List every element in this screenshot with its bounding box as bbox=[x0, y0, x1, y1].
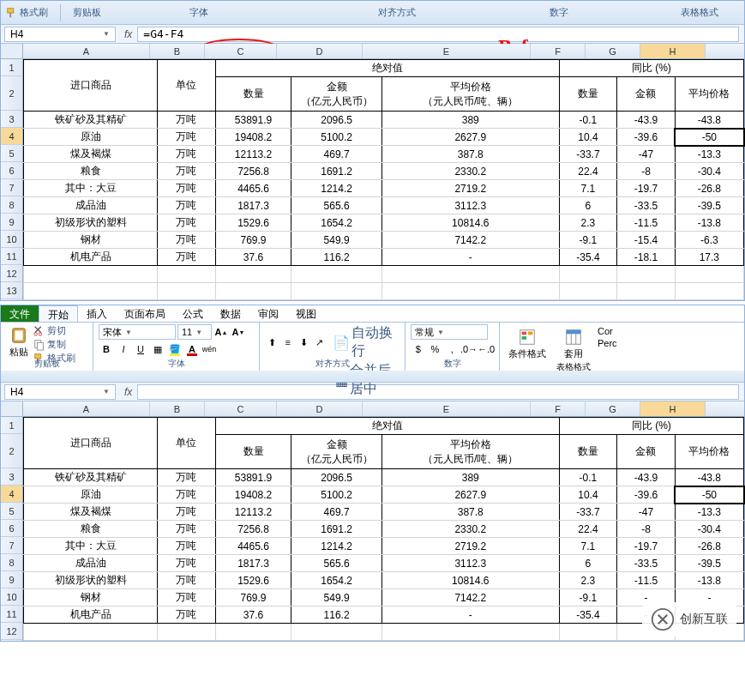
italic-button[interactable]: I bbox=[116, 341, 131, 357]
comma-icon[interactable]: , bbox=[444, 341, 460, 357]
cut-button[interactable]: 剪切 bbox=[33, 324, 75, 337]
wrap-text-button[interactable]: 📄自动换行 bbox=[333, 324, 400, 360]
format-table-button[interactable]: 套用 表格格式 bbox=[553, 326, 594, 375]
row-header-11[interactable]: 11 bbox=[1, 248, 22, 265]
row-header-8[interactable]: 8 bbox=[1, 196, 22, 214]
col-header-E[interactable]: E bbox=[363, 401, 531, 416]
cell[interactable]: 进口商品 bbox=[24, 60, 158, 112]
row-header-12[interactable]: 12 bbox=[1, 265, 22, 282]
col-header-G[interactable]: G bbox=[586, 401, 640, 416]
dec-decimal-icon[interactable]: ←.0 bbox=[478, 341, 494, 357]
row-header-12[interactable]: 12 bbox=[1, 623, 22, 640]
name-box-after[interactable]: H4 ▼ bbox=[4, 384, 116, 400]
row-header-1[interactable]: 1 bbox=[1, 59, 22, 76]
tab-layout[interactable]: 页面布局 bbox=[116, 305, 174, 322]
row-header-6[interactable]: 6 bbox=[1, 162, 22, 179]
align-top-icon[interactable]: ⬆ bbox=[265, 335, 279, 350]
cell[interactable]: 数量 bbox=[559, 77, 617, 112]
name-box[interactable]: H4 ▼ bbox=[4, 27, 116, 42]
row-header-3[interactable]: 3 bbox=[1, 468, 22, 486]
row-header-3[interactable]: 3 bbox=[1, 111, 22, 128]
row-header-9[interactable]: 9 bbox=[1, 571, 22, 588]
col-header-F[interactable]: F bbox=[531, 44, 586, 58]
cell[interactable]: 数量 bbox=[215, 77, 291, 112]
col-header-D[interactable]: D bbox=[277, 401, 363, 416]
font-color-button[interactable]: A bbox=[184, 341, 200, 357]
row-header-1[interactable]: 1 bbox=[1, 417, 22, 434]
number-format-select[interactable]: 常规▼ bbox=[411, 324, 488, 340]
col-header-A[interactable]: A bbox=[23, 44, 150, 58]
cell[interactable]: 同比 (%) bbox=[559, 60, 743, 77]
name-box-value-after: H4 bbox=[10, 386, 23, 398]
row-header-10[interactable]: 10 bbox=[1, 588, 22, 606]
col-header-B[interactable]: B bbox=[150, 44, 205, 58]
formula-input-after[interactable] bbox=[137, 384, 739, 400]
currency-icon[interactable]: $ bbox=[411, 341, 426, 357]
underline-button[interactable]: U bbox=[133, 341, 148, 357]
row-header-9[interactable]: 9 bbox=[1, 214, 22, 231]
cell[interactable]: 金额 （亿元人民币） bbox=[291, 77, 382, 112]
inc-decimal-icon[interactable]: .0→ bbox=[461, 341, 477, 357]
cell[interactable]: 平均价格 bbox=[675, 77, 743, 112]
font-size-select[interactable]: 11▼ bbox=[177, 324, 212, 340]
decrease-font-icon[interactable]: A▼ bbox=[231, 324, 246, 340]
col-header-H[interactable]: H bbox=[640, 44, 706, 58]
tab-home[interactable]: 开始 bbox=[39, 305, 78, 322]
align-middle-icon[interactable]: ≡ bbox=[280, 335, 294, 350]
cells-before[interactable]: 进口商品 单位 绝对值 同比 (%) 数量 金额 （亿元人民币） 平均价格 （元… bbox=[23, 59, 744, 300]
ribbon-stub: 格式刷 剪贴板 字体 对齐方式 数字 表格格式 bbox=[1, 1, 744, 25]
col-header-H[interactable]: H bbox=[640, 401, 706, 416]
row-header-4[interactable]: 4 bbox=[1, 128, 22, 145]
fx-button-after[interactable]: fx bbox=[119, 386, 137, 398]
row-header-10[interactable]: 10 bbox=[1, 231, 22, 248]
row-header-4[interactable]: 4 bbox=[1, 486, 22, 503]
fill-color-button[interactable]: 🪣 bbox=[167, 341, 183, 357]
select-all-corner-after[interactable] bbox=[1, 401, 23, 416]
copy-button[interactable]: 复制 bbox=[33, 338, 75, 351]
row-header-5[interactable]: 5 bbox=[1, 503, 22, 520]
row-header-2[interactable]: 2 bbox=[1, 434, 22, 468]
align-bottom-icon[interactable]: ⬇ bbox=[297, 335, 310, 350]
tab-review[interactable]: 审阅 bbox=[249, 305, 287, 322]
col-header-F[interactable]: F bbox=[531, 401, 586, 416]
increase-font-icon[interactable]: A▲ bbox=[213, 324, 229, 340]
col-header-C[interactable]: C bbox=[205, 401, 277, 416]
font-name-select[interactable]: 宋体▼ bbox=[99, 324, 176, 340]
col-header-C[interactable]: C bbox=[205, 44, 277, 58]
col-header-A[interactable]: A bbox=[23, 401, 150, 416]
row-header-7[interactable]: 7 bbox=[1, 179, 22, 196]
fx-button[interactable]: fx bbox=[119, 28, 137, 40]
row-header-6[interactable]: 6 bbox=[1, 520, 22, 537]
table-style-label: 表格格式 bbox=[681, 6, 718, 19]
tab-formula[interactable]: 公式 bbox=[174, 305, 212, 322]
col-header-E[interactable]: E bbox=[363, 44, 531, 58]
group-clipboard: 粘贴 剪切 复制 格式刷 剪贴板 bbox=[1, 323, 93, 371]
row-header-13[interactable]: 13 bbox=[1, 282, 22, 299]
svg-rect-12 bbox=[522, 332, 527, 335]
percent-icon[interactable]: % bbox=[428, 341, 443, 357]
bold-button[interactable]: B bbox=[99, 341, 114, 357]
row-header-2[interactable]: 2 bbox=[1, 76, 22, 111]
cells-after[interactable]: 进口商品 单位 绝对值 同比 (%) 数量 金额 （亿元人民币） 平均价格 （元… bbox=[23, 417, 744, 641]
phonetic-button[interactable]: wén bbox=[201, 341, 217, 357]
tab-data[interactable]: 数据 bbox=[212, 305, 249, 322]
orientation-icon[interactable]: ↗ bbox=[312, 335, 326, 350]
select-all-corner[interactable] bbox=[1, 44, 23, 58]
col-header-B[interactable]: B bbox=[150, 401, 205, 416]
row-header-11[interactable]: 11 bbox=[1, 606, 22, 623]
row-header-8[interactable]: 8 bbox=[1, 554, 22, 571]
border-button[interactable]: ▦ bbox=[150, 341, 165, 357]
conditional-format-button[interactable]: 条件格式 bbox=[505, 326, 550, 375]
col-header-G[interactable]: G bbox=[586, 44, 640, 58]
cell[interactable]: 单位 bbox=[158, 60, 216, 112]
col-header-D[interactable]: D bbox=[277, 44, 363, 58]
cell[interactable]: 绝对值 bbox=[215, 60, 559, 77]
cell[interactable]: 平均价格 （元人民币/吨、辆） bbox=[382, 77, 559, 112]
tab-view[interactable]: 视图 bbox=[287, 305, 325, 322]
tab-file[interactable]: 文件 bbox=[1, 305, 39, 322]
row-header-5[interactable]: 5 bbox=[1, 145, 22, 162]
format-painter-button[interactable]: 格式刷 bbox=[6, 6, 48, 19]
tab-insert[interactable]: 插入 bbox=[78, 305, 116, 322]
row-header-7[interactable]: 7 bbox=[1, 537, 22, 554]
formula-input-before[interactable]: =G4-F4 bbox=[137, 27, 739, 42]
